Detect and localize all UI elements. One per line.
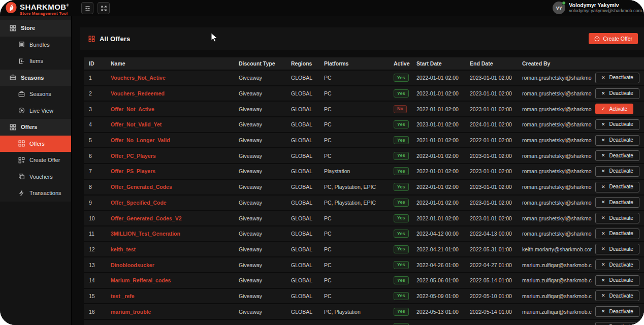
sidebar-section-header[interactable]: Offers [0,119,71,136]
table-row: 4 Offer_Not_Valid_Yet Giveaway GLOBAL PC… [84,117,644,133]
deactivate-button[interactable]: ✕Deactivate [595,306,639,317]
cell-name[interactable]: Offer_No_Longer_Valid [106,137,234,143]
active-badge: Yes [394,183,409,191]
active-badge: Yes [394,261,409,269]
cell-name[interactable]: Offer_PC_Players [106,153,234,159]
cell-name[interactable]: Offer_Generated_Codes_V2 [106,215,234,221]
cell-platforms: PC [319,262,389,268]
table-row: 5 Offer_No_Longer_Valid Giveaway GLOBAL … [84,133,644,149]
active-badge: Yes [394,230,409,238]
cell-end-date: 2022-05-14 01:00 [465,277,517,283]
cell-name[interactable]: Offer_PS_Players [106,168,234,174]
user-menu[interactable]: VY Volodymyr Yakymiv volodymyr.yakymiv@s… [553,2,642,14]
cell-end-date: 2023-01-01 02:00 [465,215,517,221]
cell-name[interactable]: marium_trouble [106,309,234,315]
cell-regions: GLOBAL [286,137,319,143]
table-row: 7 Offer_PS_Players Giveaway GLOBAL Plays… [84,164,644,180]
cell-name[interactable]: keith_test [106,246,234,252]
cell-created-by: roman.grushetskyi@sharkmob.com [517,75,592,81]
sidebar-item-seasons[interactable]: Seasons [0,86,71,103]
cell-end-date: 2022-01-01 02:00 [465,137,517,143]
cell-end-date: 2024-01-01 02:00 [465,121,517,127]
x-icon: ✕ [601,294,605,298]
sidebar-item-offers[interactable]: Offers [0,136,71,152]
deactivate-button[interactable]: ✕Deactivate [595,197,639,208]
x-icon: ✕ [601,247,605,251]
cell-name[interactable]: test _refe [106,293,234,299]
cell-name[interactable]: Marium_Refferal_codes [106,277,234,283]
play-icon [18,107,25,114]
cell-platforms: PC, Playstation, EPIC [319,200,389,206]
create-offer-button[interactable]: Create Offer [589,33,638,44]
page-header: All Offers Create Offer [80,27,644,50]
active-badge: Yes [394,292,409,300]
cell-id: 2 [84,90,106,96]
cell-name[interactable]: Vouchers_Not_Active [106,75,234,81]
sidebar-item-live-view[interactable]: Live View [0,103,71,119]
cell-name[interactable]: 3MILLION_Test_Generation [106,231,234,237]
deactivate-button[interactable]: ✕Deactivate [595,290,639,301]
deactivate-button[interactable]: ✕Deactivate [595,135,639,146]
cell-name[interactable]: Offer_Generated_Codes [106,184,234,190]
cell-start-date: 2023-01-01 02:00 [411,121,465,127]
deactivate-button[interactable]: ✕Deactivate [595,322,639,325]
deactivate-button[interactable]: ✕Deactivate [595,229,639,239]
sidebar-item-create-offer[interactable]: Create Offer [0,152,71,169]
sidebar-section-label: Seasons [21,75,44,81]
cell-end-date: 2023-01-01 02:00 [465,184,517,190]
fullscreen-button[interactable] [98,2,110,14]
sidebar: Store Bundles Items Seasons Seasons Live… [0,16,72,325]
activate-button[interactable]: ✓Activate [595,104,633,114]
cell-start-date: 2022-04-21 01:00 [411,246,465,252]
x-icon: ✕ [601,122,605,127]
cell-discount-type: Giveaway [234,121,286,127]
cell-created-by: roman.grushetskyi@sharkmob.com [517,121,592,127]
deactivate-button[interactable]: ✕Deactivate [595,119,639,130]
cell-name[interactable]: Offer_Not_Valid_Yet [106,121,234,127]
deactivate-button[interactable]: ✕Deactivate [595,275,639,286]
deactivate-button[interactable]: ✕Deactivate [595,73,639,83]
x-icon: ✕ [601,216,605,220]
sidebar-item-bundles[interactable]: Bundles [0,37,71,53]
sidebar-item-label: Transactions [29,190,61,196]
deactivate-button[interactable]: ✕Deactivate [595,88,639,99]
cell-name[interactable]: Dinobloodsucker [106,262,234,268]
cell-end-date: 2022-05-14 01:00 [465,309,517,315]
deactivate-button[interactable]: ✕Deactivate [595,182,639,192]
deactivate-button[interactable]: ✕Deactivate [595,166,639,177]
deactivate-button[interactable]: ✕Deactivate [595,244,639,254]
column-header: Platforms [319,60,389,67]
cell-name[interactable]: Offer_Not_Active [106,106,234,112]
table-row: 3 Offer_Not_Active Giveaway GLOBAL PC No… [84,102,644,117]
sidebar-item-items[interactable]: Items [0,53,71,70]
cell-discount-type: Giveaway [234,75,286,81]
table-row: 2 Vouchers_Redeemed Giveaway GLOBAL PC Y… [84,86,644,102]
deactivate-button[interactable]: ✕Deactivate [595,213,639,223]
deactivate-button[interactable]: ✕Deactivate [595,150,639,161]
cell-discount-type: Giveaway [234,309,286,315]
sidebar-item-vouchers[interactable]: Vouchers [0,169,71,185]
cell-platforms: PC, Playstation [319,309,389,315]
cell-platforms: PC [319,277,389,283]
cell-start-date: 2022-01-01 02:00 [411,184,465,190]
sidebar-toggle-button[interactable] [81,2,93,14]
column-header: Name [106,60,234,67]
sidebar-section-header[interactable]: Store [0,20,71,37]
cell-created-by: marium.zulfiqar@sharkmob.com [517,277,592,283]
deactivate-button[interactable]: ✕Deactivate [595,259,639,270]
table-row: 15 test _refe Giveaway GLOBAL PC Yes 202… [84,289,644,305]
sidebar-item-transactions[interactable]: Transactions [0,185,71,202]
cell-start-date: 2022-01-01 02:00 [411,168,465,174]
active-badge: Yes [394,152,409,160]
cell-name[interactable]: Offer_Specified_Code [106,200,234,206]
avatar: VY [553,2,565,14]
cell-name[interactable]: Vouchers_Redeemed [106,90,234,96]
sidebar-section-store: Store Bundles Items [0,20,71,70]
cell-start-date: 2022-01-01 02:00 [411,215,465,221]
sidebar-section-header[interactable]: Seasons [0,70,71,86]
cell-end-date: 2023-01-01 02:00 [465,200,517,206]
cell-regions: GLOBAL [286,106,319,112]
sidebar-section-label: Store [21,25,35,31]
cell-discount-type: Giveaway [234,153,286,159]
briefcase-icon [18,91,25,98]
